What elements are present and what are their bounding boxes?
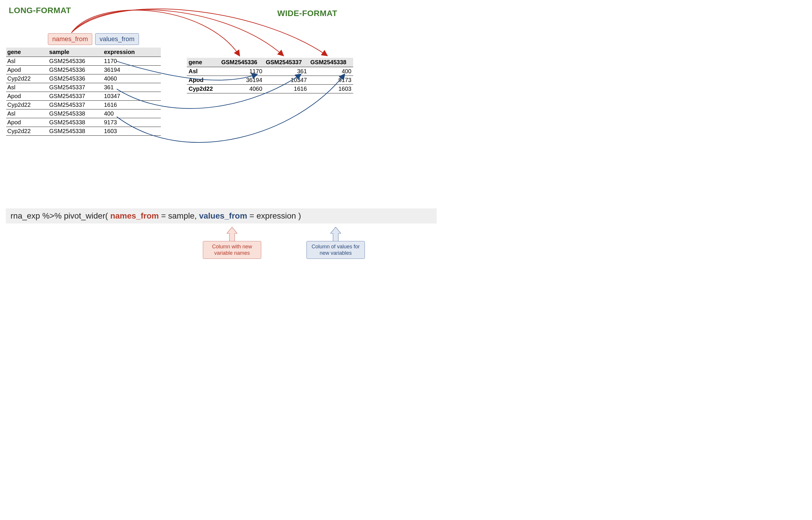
wide-header-col3: GSM2545338 <box>308 58 353 67</box>
heading-long-format: LONG-FORMAT <box>9 6 71 15</box>
table-row: AslGSM2545337361 <box>6 83 161 92</box>
diagram-canvas: LONG-FORMAT WIDE-FORMAT names_from value… <box>0 0 448 287</box>
table-row: Cyp2d22GSM25453364060 <box>6 74 161 83</box>
code-values-from: values_from <box>199 211 247 220</box>
table-row: ApodGSM254533710347 <box>6 92 161 101</box>
long-header-sample: sample <box>48 48 103 57</box>
callout-values-from: Column of values for new variables <box>306 241 365 259</box>
long-header-gene: gene <box>6 48 48 57</box>
wide-header-gene: gene <box>187 58 220 67</box>
code-part3: = expression ) <box>247 211 301 220</box>
heading-wide-format: WIDE-FORMAT <box>277 9 337 18</box>
wide-format-table: gene GSM2545336 GSM2545337 GSM2545338 As… <box>187 58 353 94</box>
long-format-table: gene sample expression AslGSM25453361170… <box>6 48 161 136</box>
badge-names-from: names_from <box>48 33 92 45</box>
code-part1: rna_exp %>% pivot_wider( <box>10 211 110 220</box>
up-arrow-icon <box>227 227 237 242</box>
up-arrow-icon <box>330 227 341 242</box>
callout-names-from: Column with new variable names <box>203 241 261 259</box>
table-row: ApodGSM25453389173 <box>6 118 161 127</box>
table-row: Cyp2d22GSM25453371616 <box>6 101 161 109</box>
table-row: ApodGSM254533636194 <box>6 66 161 74</box>
table-row: AslGSM25453361170 <box>6 57 161 66</box>
code-part2: = sample, <box>159 211 199 220</box>
wide-header-col1: GSM2545336 <box>220 58 264 67</box>
wide-header-col2: GSM2545337 <box>264 58 309 67</box>
table-row: Apod36194103479173 <box>187 76 353 85</box>
badge-values-from: values_from <box>95 33 139 45</box>
code-bar: rna_exp %>% pivot_wider( names_from = sa… <box>6 208 437 224</box>
code-names-from: names_from <box>110 211 159 220</box>
table-row: Cyp2d22GSM25453381603 <box>6 127 161 136</box>
long-header-expression: expression <box>103 48 161 57</box>
table-row: AslGSM2545338400 <box>6 109 161 118</box>
table-row: Cyp2d22406016161603 <box>187 85 353 94</box>
table-row: Asl1170361400 <box>187 67 353 76</box>
